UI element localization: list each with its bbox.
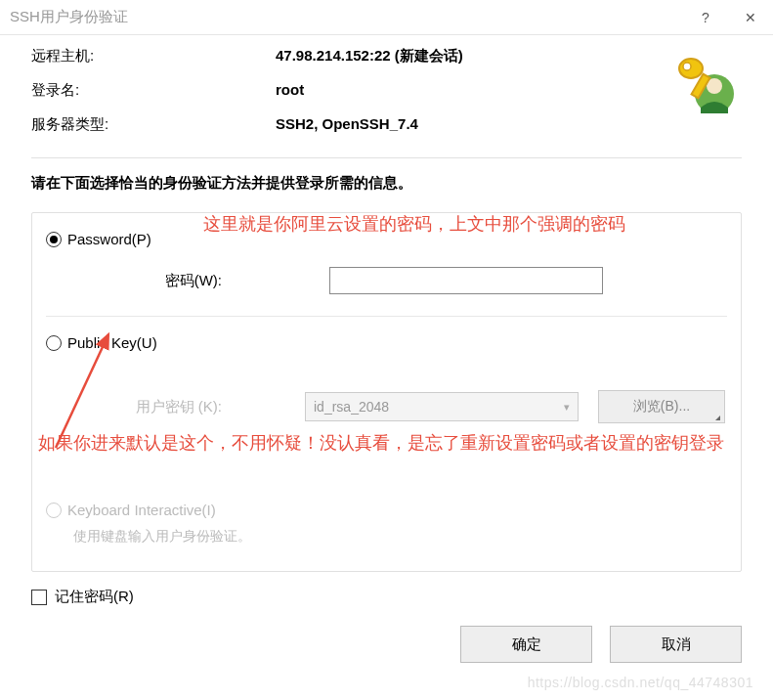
user-key-dropdown: id_rsa_2048 ▾ <box>305 392 579 421</box>
login-value: root <box>276 81 667 100</box>
user-key-value: id_rsa_2048 <box>314 399 389 415</box>
titlebar-buttons: ? ✕ <box>683 0 773 34</box>
remote-host-label: 远程主机: <box>31 47 276 66</box>
radio-keyboard: Keyboard Interactive(I) <box>46 502 727 518</box>
remember-checkbox[interactable] <box>31 590 47 605</box>
password-field-label: 密码(W): <box>95 272 222 290</box>
divider <box>31 157 742 158</box>
radio-publickey-outer <box>46 335 62 351</box>
chevron-down-icon: ▾ <box>564 401 570 414</box>
radio-keyboard-outer <box>46 503 62 518</box>
close-button[interactable]: ✕ <box>728 0 773 34</box>
ok-button[interactable]: 确定 <box>460 626 592 663</box>
window-title: SSH用户身份验证 <box>10 8 128 26</box>
cancel-button[interactable]: 取消 <box>610 626 742 663</box>
user-key-row: 用户密钥 (K): id_rsa_2048 ▾ 浏览(B)... <box>95 390 727 423</box>
radio-publickey-label: Public Key(U) <box>67 334 157 351</box>
annotation-password: 这里就是你阿里云设置的密码，上文中那个强调的密码 <box>203 211 731 238</box>
keyboard-desc: 使用键盘输入用户身份验证。 <box>73 528 727 546</box>
password-field-row: 密码(W): <box>95 267 727 294</box>
ok-label: 确定 <box>512 635 541 654</box>
browse-label: 浏览(B)... <box>633 398 690 416</box>
instruction-text: 请在下面选择恰当的身份验证方法并提供登录所需的信息。 <box>31 174 742 193</box>
server-type-value: SSH2, OpenSSH_7.4 <box>276 115 667 134</box>
radio-password-label: Password(P) <box>67 231 151 247</box>
server-type-label: 服务器类型: <box>31 115 276 134</box>
inner-divider-1 <box>46 316 727 317</box>
login-label: 登录名: <box>31 81 276 100</box>
dialog-content: 远程主机: 47.98.214.152:22 (新建会话) 登录名: root … <box>0 35 773 677</box>
connection-info: 远程主机: 47.98.214.152:22 (新建会话) 登录名: root … <box>31 47 742 134</box>
svg-point-5 <box>683 63 691 70</box>
cancel-label: 取消 <box>662 635 691 654</box>
remember-password-row[interactable]: 记住密码(R) <box>31 588 742 606</box>
dropdown-corner-icon <box>715 416 720 420</box>
titlebar: SSH用户身份验证 ? ✕ <box>0 0 773 35</box>
auth-options-frame: Password(P) 这里就是你阿里云设置的密码，上文中那个强调的密码 密码(… <box>31 212 742 572</box>
help-icon: ? <box>702 10 709 25</box>
radio-password-inner <box>50 236 58 243</box>
remote-host-value: 47.98.214.152:22 (新建会话) <box>276 47 667 66</box>
help-button[interactable]: ? <box>683 0 728 34</box>
dialog-buttons: 确定 取消 <box>31 626 742 663</box>
remember-label: 记住密码(R) <box>55 588 134 606</box>
watermark: https://blog.csdn.net/qq_44748301 <box>528 675 753 690</box>
radio-password-outer <box>46 232 62 247</box>
browse-button: 浏览(B)... <box>598 390 725 423</box>
radio-keyboard-label: Keyboard Interactive(I) <box>67 502 216 518</box>
radio-publickey[interactable]: Public Key(U) <box>46 334 727 351</box>
close-icon: ✕ <box>745 10 756 25</box>
auth-icon <box>667 47 742 121</box>
password-input[interactable] <box>329 267 603 294</box>
user-key-label: 用户密钥 (K): <box>95 398 222 416</box>
annotation-publickey: 如果你进来默认是这个，不用怀疑！没认真看，是忘了重新设置密码或者设置的密钥登录 <box>38 430 742 457</box>
